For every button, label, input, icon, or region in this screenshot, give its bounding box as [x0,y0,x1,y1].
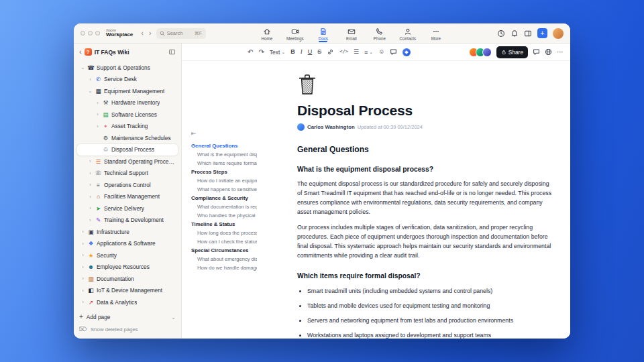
chevron-icon[interactable]: ⌄ [80,65,85,70]
tree-item[interactable]: ⌄ ☎ Support & Operations [77,62,178,74]
history-back-button[interactable]: ‹ [140,29,144,37]
globe-icon[interactable] [545,48,552,56]
chevron-icon[interactable]: › [80,276,85,282]
tree-item[interactable]: › ▤ Software Licenses [77,109,178,121]
tree-item[interactable]: › ✎ Training & Development [77,215,178,227]
nav-docs[interactable]: Docs [311,26,335,41]
bullet-item[interactable]: Workstations and laptops assigned to dev… [307,331,552,339]
bullet-item[interactable]: Tablets and mobile devices used for equi… [307,302,552,310]
chevron-icon[interactable]: › [88,159,93,164]
tree-item[interactable]: › ➤ Service Delivery [77,202,178,215]
italic-button[interactable]: I [301,49,303,55]
chevron-icon[interactable]: › [80,229,85,235]
tree-item[interactable]: ⚙ Maintenance Schedules [77,132,178,144]
chevron-icon[interactable]: › [95,101,100,106]
outline-entry[interactable]: Special Circumstances [191,246,257,255]
paragraph[interactable]: The equipment disposal process is our st… [297,179,552,217]
tree-item[interactable]: › ≡ Operations Control [77,179,178,191]
outline-entry[interactable]: How long does the process ... [191,229,257,237]
document-body[interactable]: Disposal Process Carlos Washington Updat… [297,61,552,339]
more-options-icon[interactable]: ⋯ [557,49,564,56]
outline-entry[interactable]: Which items require formal ... [191,159,257,168]
outline-entry[interactable]: How do I initiate an equipm... [191,176,257,185]
code-icon[interactable]: </> [339,50,348,54]
nav-contacts[interactable]: Contacts [395,26,420,41]
tree-item[interactable]: › ❖ Applications & Software [77,238,178,250]
outline-entry[interactable]: General Questions [191,141,257,150]
new-item-button[interactable]: + [537,28,547,38]
undo-icon[interactable]: ↶ [248,49,253,56]
outline-entry[interactable]: Compliance & Security [191,194,257,202]
author-name[interactable]: Carlos Washington [307,124,355,130]
tree-item[interactable]: › ▣ Infrastructure [77,226,178,238]
tree-item[interactable]: ♲ Disposal Process [77,144,178,156]
chevron-icon[interactable]: › [88,218,93,223]
redo-icon[interactable]: ↷ [258,49,264,56]
minimize-button[interactable] [88,31,93,36]
chevron-icon[interactable]: › [88,171,93,176]
tree-item[interactable]: ⌄ ▦ Equipment Management [77,85,178,97]
chevron-icon[interactable]: › [80,288,85,294]
strikethrough-button[interactable]: S [317,49,321,55]
chevron-icon[interactable]: › [80,265,85,270]
global-search[interactable]: ⌘F [156,28,206,39]
history-clock-icon[interactable] [497,29,505,38]
outline-entry[interactable]: Timeline & Status [191,220,257,229]
bullet-list[interactable]: Smart treadmill units (including embedde… [297,287,552,339]
chevron-icon[interactable]: › [88,194,93,200]
outline-entry[interactable]: What is the equipment disp... [191,150,257,159]
collaborator-avatar[interactable] [482,48,492,57]
chevron-icon[interactable]: › [95,112,100,117]
search-input[interactable] [167,30,193,36]
collapse-sidebar-icon[interactable] [168,46,176,58]
text-style-dropdown[interactable]: Text ⌄ [270,49,285,56]
bullet-item[interactable]: Servers and networking equipment from te… [307,316,552,324]
outline-entry[interactable]: What about emergency dis... [191,255,257,263]
bold-button[interactable]: B [290,49,295,55]
chevron-down-icon[interactable]: ⌄ [171,314,176,320]
nav-more[interactable]: More [423,26,448,41]
ai-companion-button[interactable] [402,48,411,56]
tree-item[interactable]: › ▥ Documentation [77,273,178,285]
panel-layout-icon[interactable] [524,29,532,38]
chevron-icon[interactable]: ⌄ [88,88,93,94]
chevron-icon[interactable]: › [95,124,100,129]
underline-button[interactable]: U [308,49,313,55]
link-icon[interactable] [327,48,334,56]
tree-item[interactable]: › ✆ Service Desk [77,74,178,86]
sidebar-back-button[interactable]: ‹ [79,48,82,56]
nav-home[interactable]: Home [254,26,279,41]
nav-email[interactable]: Email [339,26,364,41]
chevron-icon[interactable]: › [80,241,85,247]
tree-item[interactable]: › ☏ Technical Support [77,168,178,180]
nav-phone[interactable]: Phone [367,26,392,41]
comments-panel-icon[interactable] [533,48,540,56]
tree-item[interactable]: › ↗ Data & Analytics [77,296,178,308]
outline-entry[interactable]: What happens to sensitive ... [191,185,257,194]
history-forward-button[interactable]: › [148,29,152,37]
close-button[interactable] [80,31,85,36]
question-heading[interactable]: Which items require formal disposal? [297,272,552,280]
bullet-item[interactable]: Smart treadmill units (including embedde… [307,287,552,295]
align-dropdown[interactable]: ≡ ⌄ [364,49,373,56]
collapse-outline-icon[interactable]: ⇤ [191,131,257,137]
outline-entry[interactable]: Who handles the physical di... [191,211,257,220]
emoji-icon[interactable]: ☺ [378,49,384,55]
document-scroll[interactable]: ⇤ General QuestionsWhat is the equipment… [182,61,570,339]
chevron-icon[interactable]: › [80,300,85,305]
document-title[interactable]: Disposal Process [297,103,552,119]
tree-item[interactable]: › ⚒ Hardware Inventory [77,97,178,109]
bell-icon[interactable] [511,29,519,38]
paragraph[interactable]: Our process includes multiple stages of … [297,223,552,260]
chevron-icon[interactable]: › [88,182,93,188]
tree-item[interactable]: › ☰ Standard Operating Procedures [77,156,178,168]
list-icon[interactable]: ☰ [354,49,359,55]
chevron-icon[interactable]: › [88,206,93,211]
tree-item[interactable]: › ☻ Employee Resources [77,261,178,274]
tree-item[interactable]: › ⌂ Facilities Management [77,191,178,203]
outline-entry[interactable]: What documentation is req... [191,202,257,211]
outline-entry[interactable]: How can I check the status ... [191,237,257,246]
section-heading[interactable]: General Questions [297,145,552,154]
tree-item[interactable]: › ★ Security [77,249,178,261]
add-page-button[interactable]: + Add page ⌄ [79,312,176,322]
